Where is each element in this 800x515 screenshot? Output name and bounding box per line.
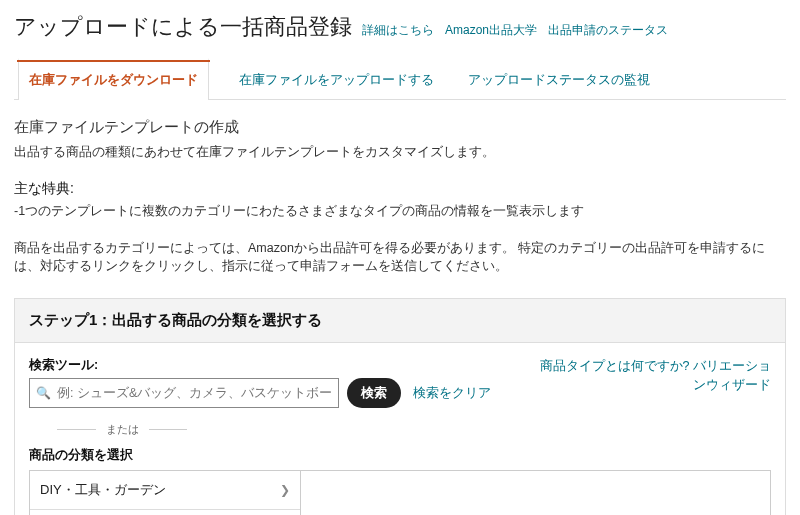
step1-card: ステップ1：出品する商品の分類を選択する 検索ツール: 🔍 検索 検索をクリア … xyxy=(14,298,786,515)
step1-body: 検索ツール: 🔍 検索 検索をクリア 商品タイプとは何ですか? バリエーションウ… xyxy=(15,343,785,515)
template-desc: 出品する商品の種類にあわせて在庫ファイルテンプレートをカスタマイズします。 xyxy=(14,143,786,162)
search-left: 検索ツール: 🔍 検索 検索をクリア xyxy=(29,357,491,408)
benefits-section: 主な特典: -1つのテンプレートに複数のカテゴリーにわたるさまざまなタイプの商品… xyxy=(14,180,786,221)
help-links: 商品タイプとは何ですか? バリエーションウィザード xyxy=(531,357,771,395)
tab-upload[interactable]: 在庫ファイルをアップロードする xyxy=(235,58,438,99)
search-input-wrap[interactable]: 🔍 xyxy=(29,378,339,408)
benefits-item: -1つのテンプレートに複数のカテゴリーにわたるさまざまなタイプの商品の情報を一覧… xyxy=(14,202,786,221)
category-container: DIY・工具・ガーデン ❯ DVD ❯ PCソフト ❯ xyxy=(29,470,771,515)
clear-search-link[interactable]: 検索をクリア xyxy=(413,385,491,402)
header-links: 詳細はこちら Amazon出品大学 出品申請のステータス xyxy=(362,23,677,37)
category-column: DIY・工具・ガーデン ❯ DVD ❯ PCソフト ❯ xyxy=(29,470,301,515)
link-variation-wizard[interactable]: バリエーションウィザード xyxy=(693,359,771,392)
benefits-heading: 主な特典: xyxy=(14,180,786,198)
notice-text: 商品を出品するカテゴリーによっては、Amazonから出品許可を得る必要があります… xyxy=(14,239,786,277)
or-text: または xyxy=(106,422,139,437)
category-item-dvd[interactable]: DVD ❯ xyxy=(30,510,300,515)
category-item-diy[interactable]: DIY・工具・ガーデン ❯ xyxy=(30,471,300,510)
tab-download[interactable]: 在庫ファイルをダウンロード xyxy=(18,58,209,100)
search-button[interactable]: 検索 xyxy=(347,378,401,408)
or-separator: または xyxy=(57,422,187,437)
tab-bar: 在庫ファイルをダウンロード 在庫ファイルをアップロードする アップロードステータ… xyxy=(14,58,786,100)
notice-section: 商品を出品するカテゴリーによっては、Amazonから出品許可を得る必要があります… xyxy=(14,239,786,277)
search-row: 検索ツール: 🔍 検索 検索をクリア 商品タイプとは何ですか? バリエーションウ… xyxy=(29,357,771,408)
page-header: アップロードによる一括商品登録 詳細はこちら Amazon出品大学 出品申請のス… xyxy=(14,10,786,48)
category-panel-empty xyxy=(301,470,771,515)
template-section: 在庫ファイルテンプレートの作成 出品する商品の種類にあわせて在庫ファイルテンプレ… xyxy=(14,118,786,162)
step1-title: ステップ1：出品する商品の分類を選択する xyxy=(15,299,785,343)
page-title: アップロードによる一括商品登録 xyxy=(14,14,352,39)
search-label: 検索ツール: xyxy=(29,357,491,374)
search-icon: 🔍 xyxy=(36,386,51,400)
chevron-right-icon: ❯ xyxy=(280,483,290,497)
template-heading: 在庫ファイルテンプレートの作成 xyxy=(14,118,786,137)
select-label: 商品の分類を選択 xyxy=(29,447,771,464)
category-label: DIY・工具・ガーデン xyxy=(40,481,166,499)
search-input[interactable] xyxy=(57,386,332,400)
link-details[interactable]: 詳細はこちら xyxy=(362,23,434,37)
tab-status[interactable]: アップロードステータスの監視 xyxy=(464,58,654,99)
link-university[interactable]: Amazon出品大学 xyxy=(445,23,537,37)
link-application-status[interactable]: 出品申請のステータス xyxy=(548,23,668,37)
link-product-type-help[interactable]: 商品タイプとは何ですか? xyxy=(540,359,690,373)
